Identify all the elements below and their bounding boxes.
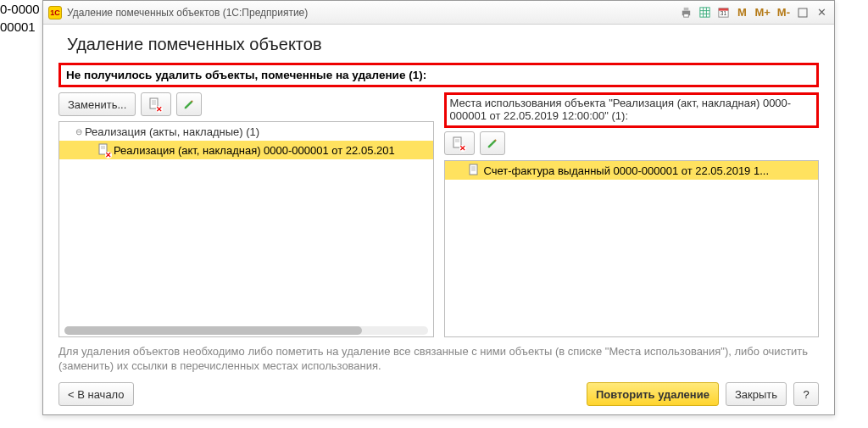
- right-listbox[interactable]: Счет-фактура выданный 0000-000001 от 22.…: [444, 160, 820, 337]
- delete-marked-button[interactable]: [141, 92, 171, 116]
- calc-mplus-icon[interactable]: M+: [753, 5, 771, 20]
- grid-icon[interactable]: [697, 5, 712, 20]
- left-pane: Заменить... ⊖ Реализация (акты, накладны…: [58, 92, 434, 337]
- calc-mminus-icon[interactable]: M-: [776, 5, 792, 20]
- mark-delete-button[interactable]: [444, 131, 475, 155]
- replace-button-label: Заменить...: [68, 98, 126, 111]
- retry-delete-button[interactable]: Повторить удаление: [587, 382, 719, 406]
- page-heading: Удаление помеченных объектов: [58, 35, 819, 54]
- svg-rect-3: [700, 8, 709, 17]
- h-scrollbar-thumb[interactable]: [64, 326, 362, 335]
- close-icon[interactable]: ✕: [814, 5, 829, 20]
- edit-button-right[interactable]: [480, 131, 505, 155]
- svg-rect-11: [798, 8, 807, 17]
- svg-rect-12: [150, 98, 158, 108]
- calc-m-icon[interactable]: M: [734, 5, 749, 20]
- pencil-icon: [183, 98, 195, 110]
- titlebar: 1С Удаление помеченных объектов (1С:Пред…: [43, 1, 834, 25]
- replace-button[interactable]: Заменить...: [58, 92, 136, 116]
- footer: < В начало Повторить удаление Закрыть ?: [58, 382, 819, 406]
- pencil-icon: [487, 137, 498, 149]
- content-area: Удаление помеченных объектов Не получило…: [43, 25, 834, 414]
- svg-rect-2: [684, 14, 689, 17]
- doc-delete-icon: [147, 97, 161, 111]
- tree-item-label: Реализация (акт, накладная) 0000-000001 …: [114, 144, 395, 157]
- error-message: Не получилось удалить объекты, помеченны…: [58, 63, 819, 87]
- minimize-icon[interactable]: [795, 5, 810, 20]
- doc-marked-icon: [97, 143, 110, 157]
- usage-label: Места использования объекта "Реализация …: [444, 92, 820, 128]
- app-logo-icon: 1С: [48, 6, 62, 19]
- edit-button[interactable]: [176, 92, 202, 116]
- titlebar-buttons: 31 M M+ M- ✕: [678, 5, 829, 20]
- right-pane: Места использования объекта "Реализация …: [444, 92, 820, 337]
- h-scrollbar[interactable]: [64, 326, 428, 335]
- usage-item-row[interactable]: Счет-фактура выданный 0000-000001 от 22.…: [445, 161, 819, 180]
- right-toolbar: [444, 131, 820, 155]
- calendar-icon[interactable]: 31: [715, 5, 731, 20]
- doc-icon: [467, 164, 481, 177]
- svg-text:31: 31: [721, 10, 727, 16]
- hint-text: Для удаления объектов необходимо либо по…: [58, 344, 819, 374]
- tree-group-row[interactable]: ⊖ Реализация (акты, накладные) (1): [59, 122, 433, 141]
- doc-delete-icon: [451, 136, 465, 150]
- collapse-icon[interactable]: ⊖: [73, 127, 85, 136]
- help-button[interactable]: ?: [793, 382, 819, 406]
- svg-rect-26: [470, 164, 477, 175]
- left-toolbar: Заменить...: [58, 92, 434, 116]
- usage-item-label: Счет-фактура выданный 0000-000001 от 22.…: [484, 164, 770, 177]
- tree-item-row[interactable]: Реализация (акт, накладная) 0000-000001 …: [59, 141, 433, 159]
- tree-group-label: Реализация (акты, накладные) (1): [85, 125, 259, 138]
- window-title: Удаление помеченных объектов (1С:Предпри…: [67, 7, 678, 19]
- close-button[interactable]: Закрыть: [726, 382, 787, 406]
- left-listbox[interactable]: ⊖ Реализация (акты, накладные) (1) Реали…: [58, 121, 434, 337]
- svg-rect-18: [99, 144, 107, 154]
- print-icon[interactable]: [678, 5, 693, 20]
- svg-rect-21: [453, 137, 461, 147]
- back-button[interactable]: < В начало: [58, 382, 134, 406]
- svg-rect-1: [684, 8, 689, 11]
- dialog-window: 1С Удаление помеченных объектов (1С:Пред…: [42, 0, 835, 415]
- background-text: 0-0000 00001: [0, 0, 40, 36]
